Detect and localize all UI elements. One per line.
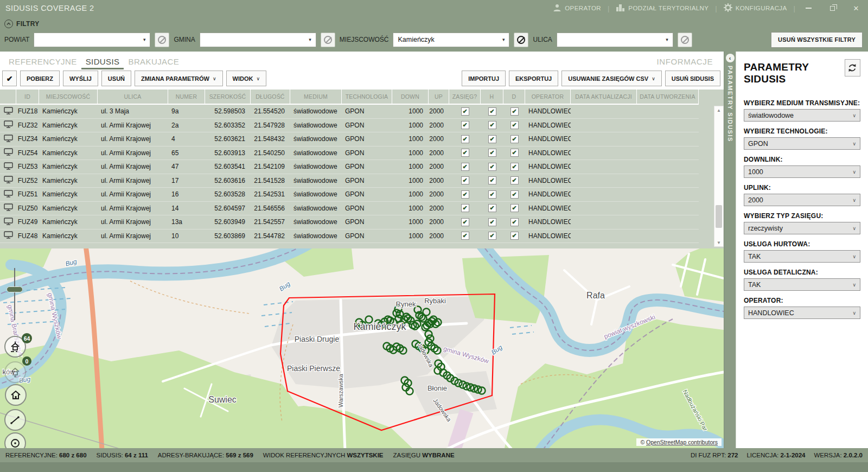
importuj-button[interactable]: IMPORTUJ <box>462 71 506 86</box>
filter-combobox-gmina[interactable]: ▾ <box>200 33 316 47</box>
scrollbar-track[interactable] <box>714 114 723 239</box>
table-row[interactable]: FUZ18Kamieńczykul. 3 Maja9a52.59850321.5… <box>0 105 699 119</box>
refresh-button[interactable] <box>845 59 860 76</box>
checkbox-h[interactable]: ✔ <box>488 163 496 171</box>
wy-lij-button[interactable]: WYŚLIJ <box>63 71 98 86</box>
map-attribution[interactable]: © OpenStreetMap contributors <box>636 438 722 446</box>
home-view-button[interactable] <box>5 384 27 406</box>
parameter-select-operator-[interactable]: HANDLOWIEC∨ <box>744 307 860 319</box>
sidebar-collapse-strip[interactable]: ‹ PARAMETRY SIDUSIS <box>724 52 736 448</box>
checkbox-h[interactable]: ✔ <box>488 204 496 212</box>
table-row[interactable]: FUZ53Kamieńczykul. Armii Krajowej4752.60… <box>0 160 699 174</box>
parameter-select-wybierz-medium-transmisyjne-[interactable]: światłowodowe∨ <box>744 109 860 122</box>
checkbox-d[interactable]: ✔ <box>510 204 519 212</box>
checkbox-zasieg[interactable]: ✔ <box>461 218 469 226</box>
table-row[interactable]: FUZ54Kamieńczykul. Armii Krajowej6552.60… <box>0 146 699 161</box>
osm-link[interactable]: OpenStreetMap contributors <box>646 439 718 445</box>
clear-all-filters-button[interactable]: USUŃ WSZYSTKIE FILTRY <box>771 32 863 48</box>
show-missing-points-button[interactable] <box>4 361 26 383</box>
cell-down: 1000 <box>392 232 429 240</box>
parameter-select-uplink-[interactable]: 2000∨ <box>744 194 860 206</box>
tab-sidusis[interactable]: SIDUSIS <box>81 55 124 69</box>
clear-filter-button[interactable] <box>514 33 528 47</box>
checkbox-h[interactable]: ✔ <box>488 232 496 240</box>
scroll-up-icon[interactable]: ▲ <box>717 106 721 114</box>
checkbox-h[interactable]: ✔ <box>488 135 496 143</box>
checkbox-zasieg[interactable]: ✔ <box>461 232 469 240</box>
tab-referencyjne[interactable]: REFERENCYJNE <box>4 55 81 69</box>
filter-combobox-ulica[interactable]: ▾ <box>557 33 673 47</box>
menu-podzial-terytorialny[interactable]: PODZIAŁ TERYTORIALNY <box>610 0 714 16</box>
parameter-select-wybierz-typ-zasi-gu-[interactable]: rzeczywisty∨ <box>744 222 860 234</box>
minimize-button[interactable] <box>796 0 820 16</box>
table-row[interactable]: FUZ52Kamieńczykul. Armii Krajowej1752.60… <box>0 174 699 188</box>
tab-brakujace[interactable]: BRAKUJACE <box>124 55 183 69</box>
usu--button[interactable]: USUŃ <box>101 71 131 86</box>
checkbox-zasieg[interactable]: ✔ <box>461 107 469 116</box>
table-row[interactable]: FUZ50Kamieńczykul. Armii Krajowej1452.60… <box>0 202 699 216</box>
clear-filter-button[interactable] <box>678 33 692 47</box>
checkbox-h[interactable]: ✔ <box>488 176 496 184</box>
checkbox-zasieg[interactable]: ✔ <box>461 190 469 199</box>
checkbox-zasieg[interactable]: ✔ <box>461 204 469 212</box>
checkbox-d[interactable]: ✔ <box>510 163 519 171</box>
checkbox-h[interactable]: ✔ <box>488 149 496 157</box>
close-button[interactable]: ✕ <box>844 0 868 16</box>
parameter-select-us-uga-detaliczna-[interactable]: TAK∨ <box>744 278 860 291</box>
chevron-left-icon[interactable]: ‹ <box>726 54 735 62</box>
scrollbar-thumb[interactable] <box>716 205 722 228</box>
checkbox-d[interactable]: ✔ <box>510 232 519 240</box>
column-header-up: UP <box>429 90 449 104</box>
table-row[interactable]: FUZ48Kamieńczykul. Armii Krajowej1052.60… <box>0 229 699 244</box>
pobierz-button[interactable]: POBIERZ <box>20 71 60 86</box>
checkbox-h[interactable]: ✔ <box>488 218 496 226</box>
checkbox-d[interactable]: ✔ <box>510 218 519 226</box>
checkbox-zasieg[interactable]: ✔ <box>461 135 469 143</box>
table-row[interactable]: FUZ49Kamieńczykul. Armii Krajowej13a52.6… <box>0 215 699 229</box>
cell-up: 2000 <box>429 205 449 212</box>
zoom-slider-handle[interactable] <box>7 286 23 292</box>
zoom-slider-track[interactable] <box>14 268 15 320</box>
widok-button[interactable]: WIDOK∨ <box>226 71 266 86</box>
table-row[interactable]: FUZ34Kamieńczykul. Armii Krajowej452.603… <box>0 132 699 146</box>
parameter-select-wybierz-technologie-[interactable]: GPON∨ <box>744 137 860 150</box>
table-row[interactable]: FUZ32Kamieńczykul. Armii Krajowej2a52.60… <box>0 119 699 133</box>
checkbox-zasieg[interactable]: ✔ <box>461 121 469 129</box>
table-row[interactable]: FUZ51Kamieńczykul. Armii Krajowej1652.60… <box>0 188 699 202</box>
clear-filter-button[interactable] <box>155 33 169 47</box>
zmiana-parametr-w-button[interactable]: ZMIANA PARAMETRÓW∨ <box>135 71 222 86</box>
checkbox-h[interactable]: ✔ <box>488 190 496 199</box>
filter-combobox-powiat[interactable]: ▾ <box>34 33 150 47</box>
checkbox-d[interactable]: ✔ <box>510 107 519 116</box>
measure-tool-button[interactable] <box>4 409 26 431</box>
checkbox-zasieg[interactable]: ✔ <box>461 149 469 157</box>
usu-sidusis-button[interactable]: USUŃ SIDUSIS <box>665 71 720 86</box>
select-all-button[interactable]: ✔ <box>2 71 17 86</box>
cell-miejscowosc: Kamieńczyk <box>39 205 98 212</box>
collapse-filters-button[interactable] <box>4 20 13 28</box>
checkbox-d[interactable]: ✔ <box>510 135 519 143</box>
checkbox-zasieg[interactable]: ✔ <box>461 176 469 184</box>
menu-operator[interactable]: OPERATOR <box>547 0 607 16</box>
parameter-select-us-uga-hurtowa-[interactable]: TAK∨ <box>744 250 860 263</box>
checkbox-d[interactable]: ✔ <box>510 190 519 199</box>
locate-tool-button[interactable] <box>4 432 26 448</box>
clear-filter-button[interactable] <box>321 33 335 47</box>
parameter-select-downlink-[interactable]: 1000∨ <box>744 165 860 178</box>
restore-button[interactable] <box>820 0 844 16</box>
menu-konfiguracja[interactable]: KONFIGURACJA <box>718 0 793 16</box>
map[interactable]: KamieńczykPiaski DrugiePiaski PierwszeRy… <box>0 248 724 448</box>
tab-informacje[interactable]: INFORMACJE <box>657 57 713 69</box>
checkbox-h[interactable]: ✔ <box>488 107 496 116</box>
checkbox-d[interactable]: ✔ <box>510 176 519 184</box>
usuwanie-zasi-g-w-csv-button[interactable]: USUWANIE ZASIĘGÓW CSV∨ <box>561 71 662 86</box>
eksportuj-button[interactable]: EKSPORTUJ <box>509 71 558 86</box>
scroll-down-icon[interactable]: ▼ <box>717 239 721 246</box>
checkbox-d[interactable]: ✔ <box>510 121 519 129</box>
checkbox-d[interactable]: ✔ <box>510 149 519 157</box>
checkbox-h[interactable]: ✔ <box>488 121 496 129</box>
filter-label: MIEJSCOWOŚĆ <box>340 36 389 43</box>
checkbox-zasieg[interactable]: ✔ <box>461 163 469 171</box>
filter-combobox-miejscowość[interactable]: Kamieńczyk▾ <box>393 33 509 47</box>
table-vertical-scrollbar[interactable]: ▲ ▼ <box>714 106 724 247</box>
